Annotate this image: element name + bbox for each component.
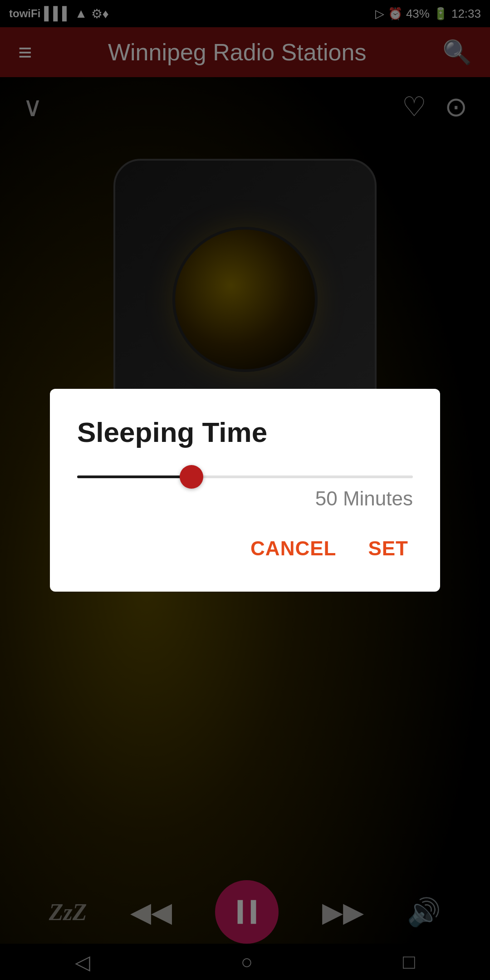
dialog-title: Sleeping Time bbox=[77, 416, 413, 448]
slider-track bbox=[77, 475, 413, 478]
slider-thumb[interactable] bbox=[180, 465, 203, 489]
dialog-overlay: Sleeping Time 50 Minutes CANCEL SET bbox=[0, 0, 490, 980]
set-button[interactable]: SET bbox=[363, 528, 413, 569]
slider-filled bbox=[77, 475, 191, 478]
sleeping-time-dialog: Sleeping Time 50 Minutes CANCEL SET bbox=[50, 389, 440, 592]
sleep-timer-slider[interactable] bbox=[77, 475, 413, 478]
slider-value-label: 50 Minutes bbox=[77, 487, 413, 510]
dialog-buttons: CANCEL SET bbox=[77, 528, 413, 569]
cancel-button[interactable]: CANCEL bbox=[246, 528, 341, 569]
